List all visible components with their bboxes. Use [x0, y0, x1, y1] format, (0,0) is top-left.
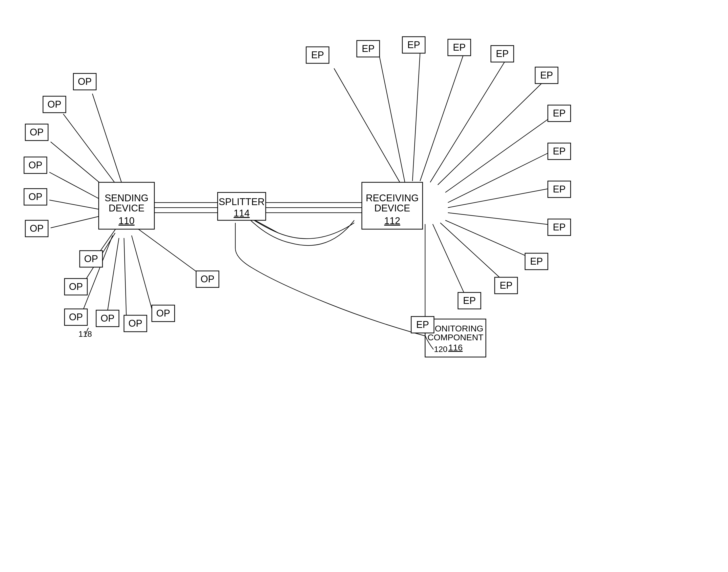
- ep-label-10: EP: [553, 222, 566, 232]
- ep-label-12: EP: [500, 280, 513, 291]
- svg-line-8: [83, 235, 112, 309]
- ep-label-14: EP: [416, 319, 429, 330]
- svg-line-10: [124, 238, 127, 321]
- svg-line-29: [448, 213, 555, 225]
- ref-120-label: 120: [434, 345, 448, 354]
- op-label-13: OP: [201, 274, 215, 284]
- op-label-11: OP: [129, 318, 143, 329]
- splitter-id: 114: [234, 208, 249, 219]
- svg-line-12: [137, 228, 203, 276]
- svg-line-27: [448, 149, 555, 203]
- sending-device-label-line1: SENDING: [104, 193, 148, 203]
- svg-line-5: [51, 215, 104, 228]
- receiving-device-id: 112: [384, 215, 400, 226]
- op-label-7: OP: [84, 254, 98, 264]
- svg-line-21: [380, 57, 405, 182]
- op-label-2: OP: [48, 99, 62, 110]
- ep-label-1: EP: [311, 50, 324, 60]
- svg-line-31: [440, 223, 503, 281]
- op-label-12: OP: [156, 308, 170, 318]
- svg-line-23: [420, 56, 463, 181]
- svg-line-4: [49, 200, 104, 210]
- op-label-4: OP: [28, 160, 43, 170]
- op-label-10: OP: [101, 313, 114, 324]
- svg-line-24: [430, 60, 506, 182]
- svg-line-3: [49, 172, 106, 203]
- svg-line-11: [132, 235, 152, 309]
- monitoring-component-id: 116: [449, 343, 463, 352]
- diagram-container: SENDING DEVICE 110 SPLITTER 114 RECEIVIN…: [0, 0, 728, 572]
- op-label-6: OP: [30, 223, 44, 234]
- ep-label-11: EP: [530, 256, 543, 267]
- op-label-3: OP: [30, 127, 44, 138]
- receiving-device-label-line1: RECEIVING: [366, 193, 418, 203]
- svg-line-25: [438, 81, 544, 185]
- ep-label-3: EP: [407, 40, 420, 50]
- sending-device-id: 110: [118, 215, 134, 226]
- op-label-9: OP: [69, 312, 83, 322]
- receiving-device-label-line2: DEVICE: [374, 203, 410, 213]
- svg-line-9: [106, 238, 119, 319]
- svg-line-28: [448, 188, 555, 208]
- op-label-5: OP: [28, 192, 43, 202]
- svg-line-26: [446, 114, 555, 193]
- ep-label-7: EP: [553, 108, 566, 119]
- ep-label-4: EP: [453, 42, 466, 53]
- ref-118-label: 118: [78, 330, 92, 339]
- ep-label-2: EP: [362, 43, 375, 54]
- svg-line-6: [99, 228, 116, 253]
- svg-line-0: [92, 94, 122, 182]
- svg-line-32: [433, 224, 466, 296]
- svg-line-22: [412, 53, 420, 181]
- splitter-label: SPLITTER: [219, 197, 265, 207]
- monitoring-component-label-line2: COMPONENT: [428, 333, 484, 342]
- monitoring-component-label-line1: MONITORING: [428, 324, 483, 333]
- op-label-8: OP: [69, 281, 83, 292]
- sending-device-label-line2: DEVICE: [108, 203, 144, 213]
- ep-label-6: EP: [540, 70, 553, 80]
- ep-label-9: EP: [553, 184, 566, 195]
- op-label-1: OP: [78, 76, 92, 87]
- ep-label-13: EP: [463, 295, 476, 306]
- svg-line-20: [334, 68, 400, 182]
- ep-label-5: EP: [496, 48, 509, 59]
- ep-label-8: EP: [553, 146, 566, 156]
